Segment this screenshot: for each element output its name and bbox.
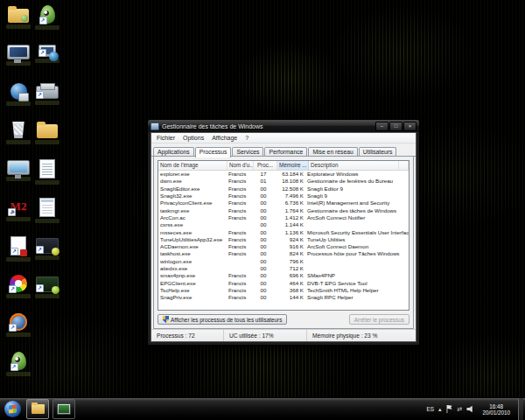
action-center-flag-icon[interactable] [446,405,453,413]
volume-icon[interactable] [466,406,474,413]
show-all-processes-button[interactable]: Afficher les processus de tous les utili… [158,314,287,325]
tab-performance[interactable]: Performance [264,147,307,157]
display-icon [7,160,30,175]
process-row[interactable]: EPGClient.exeFrancis00464 KDVB-T EPG Ser… [158,279,409,286]
task-manager-window: Gestionnaire des tâches de Windows − □ ×… [147,119,420,346]
cell-cpu: 00 [252,192,275,200]
cell-description: Microsoft Security Essentials User Inter… [305,229,409,236]
cell-cpu: 00 [252,229,275,236]
desktop-icon-recycle-bin[interactable] [4,120,32,144]
desktop-icon-display[interactable] [4,158,32,181]
cell-image: dwm.exe [158,178,227,185]
column-header[interactable]: Proc... [254,161,277,170]
cell-image: EPGClient.exe [158,280,227,287]
start-button[interactable] [4,401,21,417]
desktop-icon-pinwheel-app[interactable]: ↗ [4,274,32,298]
process-list: Nom de l'imageNom d'u...Proc...Mémoire .… [158,160,410,311]
column-header[interactable]: Description [309,161,399,170]
desktop-icon-settings-dialog[interactable] [33,197,61,223]
process-row[interactable]: csrss.exe001.144 K [158,221,409,228]
cell-cpu: 00 [252,243,275,250]
menu-item-[interactable]: ? [242,135,252,141]
desktop-icon-media-file[interactable]: ↗ [33,235,61,260]
sync-arrows-icon[interactable]: ⇄ [458,406,463,413]
icon-label [6,294,31,298]
close-button[interactable]: × [403,122,416,131]
hidden-icons-button[interactable]: ▴ [438,406,442,413]
process-row[interactable]: dwm.exeFrancis0118.108 KGestionnaire de … [158,178,409,185]
cell-user: Francis [227,229,252,236]
menu-item-fichier[interactable]: Fichier [153,135,178,141]
process-row[interactable]: TscHelp.exeFrancis00368 KTechSmith HTML … [158,287,409,294]
desktop-icon-green-mascot[interactable]: ↗ [33,4,61,30]
maximize-button[interactable]: □ [389,122,402,131]
process-row[interactable]: SnagItEditor.exeFrancis0012.508 KSnagIt … [158,186,409,192]
dialog-icon [39,198,55,217]
process-row[interactable]: TuneUpUtilitiesApp32.exeFrancis00924 KTu… [158,236,409,243]
tab-miseenrseau[interactable]: Mise en réseau [308,147,357,157]
desktop-icon-computer[interactable] [4,43,32,66]
shortcut-arrow-overlay: ↗ [9,285,17,293]
tab-processus[interactable]: Processus [195,147,232,158]
desktop-icon-firefox[interactable]: ↗ [4,312,32,337]
show-desktop-button[interactable] [518,398,523,420]
desktop-icon-internet-globe[interactable] [4,81,32,106]
column-header[interactable]: Mémoire ... [277,161,309,170]
cell-memory: 464 K [275,280,305,287]
taskbar-explorer-button[interactable] [26,399,49,419]
cell-user: Francis [227,272,252,279]
desktop-icon-shared-folder[interactable] [4,4,32,29]
process-row[interactable]: PrivacyIconClient.exeFrancis006.736 KInt… [158,200,409,206]
cell-cpu: 00 [252,294,275,301]
desktop-icon-folder[interactable] [33,120,61,144]
cell-cpu: 00 [252,236,275,243]
minimize-button[interactable]: − [375,122,388,131]
process-row[interactable]: ArcCon.acFrancis001.412 KArcSoft Connect… [158,214,409,221]
language-indicator[interactable]: ES [426,406,434,412]
desktop-icon-pdf-document[interactable]: ↗ [4,235,32,262]
column-header[interactable]: Nom d'u... [228,161,254,170]
tab-applications[interactable]: Applications [153,147,194,157]
desktop-icon-m2-app[interactable]: M2↗ [4,197,32,221]
taskbar-taskmgr-button[interactable] [52,399,75,419]
desktop-icon-text-document[interactable] [33,158,61,185]
process-row[interactable]: explorer.exeFrancis1763.184 KExplorateur… [158,171,409,178]
processes-tab-page: Nom de l'imageNom d'u...Proc...Mémoire .… [153,157,414,329]
process-row[interactable]: atiedxx.exe00712 K [158,265,409,272]
cell-description: Explorateur Windows [305,171,409,178]
desktop-icon-media-file-2[interactable]: ↗ [33,274,61,298]
icon-label [35,256,60,260]
title-bar[interactable]: Gestionnaire des tâches de Windows − □ × [148,120,419,132]
column-header[interactable]: Nom de l'image [158,161,228,170]
process-row[interactable]: taskhost.exeFrancis00824 KProcessus hôte… [158,250,409,257]
process-row[interactable]: taskmgr.exeFrancis001.764 KGestionnaire … [158,206,409,214]
process-row[interactable]: smax4pnp.exeFrancis00696 KSMax4PNP [158,272,409,279]
cell-image: taskmgr.exe [158,207,227,214]
menu-item-affichage[interactable]: Affichage [208,135,241,141]
process-row[interactable]: ACDaemon.exeFrancis00916 KArcSoft Connec… [158,243,409,250]
clock[interactable]: 16:48 20/01/2010 [479,403,514,416]
cell-memory: 18.108 K [275,178,305,185]
end-process-button[interactable]: Arrêter le processus [349,314,410,325]
menu-item-options[interactable]: Options [179,135,207,141]
mascot-icon: ↗ [11,352,26,370]
desktop-icon-printer[interactable]: ↗ [33,81,61,105]
process-row[interactable]: SnagIt32.exeFrancis007.496 KSnagIt 9 [158,192,409,200]
cell-image: SnagItEditor.exe [158,186,227,192]
process-row[interactable]: winlogon.exe00796 K [158,258,409,265]
tab-utilisateurs[interactable]: Utilisateurs [359,147,397,157]
process-row[interactable]: msseces.exeFrancis001.136 KMicrosoft Sec… [158,228,409,235]
pinwheel-icon: ↗ [10,275,27,292]
cell-memory: 7.496 K [275,192,305,200]
desktop-icon-green-mascot-2[interactable]: ↗ [4,351,32,376]
shortcut-arrow-overlay: ↗ [9,324,17,332]
desktop-icon-network[interactable]: ↗ [33,43,61,63]
cell-user: Francis [227,243,252,250]
cell-memory: 1.764 K [275,207,305,214]
tab-services[interactable]: Services [232,147,263,157]
cell-image: TscHelp.exe [158,287,227,294]
cell-cpu: 00 [252,207,275,214]
media2-icon: ↗ [36,276,59,292]
icon-label [6,257,31,262]
process-row[interactable]: SnagPriv.exeFrancis00144 KSnagIt RPC Hel… [158,294,409,301]
